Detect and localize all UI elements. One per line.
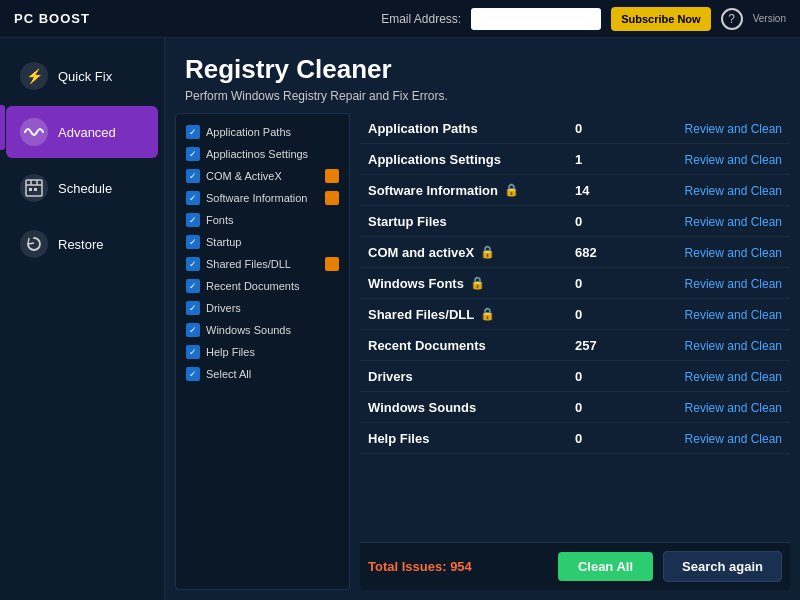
check-label-windows-sounds: Windows Sounds (206, 324, 339, 336)
accent-bar (0, 105, 5, 150)
result-count-help-files: 0 (575, 431, 658, 446)
check-drivers[interactable]: Drivers (182, 298, 343, 318)
result-name-help-files: Help Files (368, 431, 575, 446)
email-label: Email Address: (381, 12, 461, 26)
checkbox-appliactinos-settings[interactable] (186, 147, 200, 161)
check-com-activex[interactable]: COM & ActiveX (182, 166, 343, 186)
restore-icon (20, 230, 48, 258)
results-panel: Application Paths 0 Review and Clean App… (360, 113, 790, 590)
result-action-software-info[interactable]: Review and Clean (658, 181, 782, 199)
body-row: Application Paths Appliactinos Settings … (165, 113, 800, 600)
result-action-drivers[interactable]: Review and Clean (658, 367, 782, 385)
clean-all-button[interactable]: Clean All (558, 552, 653, 581)
schedule-icon (20, 174, 48, 202)
check-software-info[interactable]: Software Information (182, 188, 343, 208)
sidebar-item-schedule[interactable]: Schedule (6, 162, 158, 214)
result-name-software-info: Software Information 🔒 (368, 183, 575, 198)
result-action-com-activex[interactable]: Review and Clean (658, 243, 782, 261)
result-count-drivers: 0 (575, 369, 658, 384)
footer-row: Total Issues: 954 Clean All Search again (360, 542, 790, 590)
table-row: COM and activeX 🔒 682 Review and Clean (360, 237, 790, 268)
orange-indicator-shared (325, 257, 339, 271)
result-action-applications-settings[interactable]: Review and Clean (658, 150, 782, 168)
table-row: Applications Settings 1 Review and Clean (360, 144, 790, 175)
checkbox-shared-files[interactable] (186, 257, 200, 271)
result-count-software-info: 14 (575, 183, 658, 198)
lock-icon-com: 🔒 (480, 245, 495, 259)
result-count-recent-docs: 257 (575, 338, 658, 353)
result-name-shared-dll: Shared Files/DLL 🔒 (368, 307, 575, 322)
sidebar-item-restore[interactable]: Restore (6, 218, 158, 270)
table-row: Startup Files 0 Review and Clean (360, 206, 790, 237)
result-name-windows-sounds: Windows Sounds (368, 400, 575, 415)
table-row: Software Information 🔒 14 Review and Cle… (360, 175, 790, 206)
lightning-icon: ⚡ (20, 62, 48, 90)
check-label-application-paths: Application Paths (206, 126, 339, 138)
checkbox-select-all[interactable] (186, 367, 200, 381)
checkbox-application-paths[interactable] (186, 125, 200, 139)
checkbox-recent-docs[interactable] (186, 279, 200, 293)
sidebar-label-schedule: Schedule (58, 181, 112, 196)
orange-indicator-com (325, 169, 339, 183)
checkbox-fonts[interactable] (186, 213, 200, 227)
top-bar-right: Email Address: Subscribe Now ? Version (381, 7, 786, 31)
check-label-select-all: Select All (206, 368, 339, 380)
result-action-help-files[interactable]: Review and Clean (658, 429, 782, 447)
check-appliactinos-settings[interactable]: Appliactinos Settings (182, 144, 343, 164)
check-label-help-files: Help Files (206, 346, 339, 358)
sidebar-item-quick-fix[interactable]: ⚡ Quick Fix (6, 50, 158, 102)
svg-rect-4 (29, 188, 32, 191)
check-label-recent-docs: Recent Documents (206, 280, 339, 292)
check-fonts[interactable]: Fonts (182, 210, 343, 230)
result-name-com-activex: COM and activeX 🔒 (368, 245, 575, 260)
version-text: Version (753, 13, 786, 24)
page-title: Registry Cleaner (185, 54, 780, 85)
wave-icon (20, 118, 48, 146)
table-row: Application Paths 0 Review and Clean (360, 113, 790, 144)
help-button[interactable]: ? (721, 8, 743, 30)
check-help-files[interactable]: Help Files (182, 342, 343, 362)
total-issues-text: Total Issues: (368, 559, 450, 574)
result-action-startup-files[interactable]: Review and Clean (658, 212, 782, 230)
search-again-button[interactable]: Search again (663, 551, 782, 582)
check-startup[interactable]: Startup (182, 232, 343, 252)
subscribe-button[interactable]: Subscribe Now (611, 7, 710, 31)
total-issues-label: Total Issues: 954 (368, 559, 548, 574)
checkbox-help-files[interactable] (186, 345, 200, 359)
check-select-all[interactable]: Select All (182, 364, 343, 384)
result-action-windows-sounds[interactable]: Review and Clean (658, 398, 782, 416)
check-application-paths[interactable]: Application Paths (182, 122, 343, 142)
check-windows-sounds[interactable]: Windows Sounds (182, 320, 343, 340)
check-label-software-info: Software Information (206, 192, 319, 204)
orange-indicator-software (325, 191, 339, 205)
check-label-drivers: Drivers (206, 302, 339, 314)
checkbox-com-activex[interactable] (186, 169, 200, 183)
table-row: Help Files 0 Review and Clean (360, 423, 790, 454)
checkbox-software-info[interactable] (186, 191, 200, 205)
checkbox-startup[interactable] (186, 235, 200, 249)
check-shared-files[interactable]: Shared Files/DLL (182, 254, 343, 274)
result-count-com-activex: 682 (575, 245, 658, 260)
result-name-drivers: Drivers (368, 369, 575, 384)
lock-icon-fonts: 🔒 (470, 276, 485, 290)
checkbox-windows-sounds[interactable] (186, 323, 200, 337)
result-action-windows-fonts[interactable]: Review and Clean (658, 274, 782, 292)
check-recent-docs[interactable]: Recent Documents (182, 276, 343, 296)
result-action-application-paths[interactable]: Review and Clean (658, 119, 782, 137)
check-label-fonts: Fonts (206, 214, 339, 226)
check-label-com-activex: COM & ActiveX (206, 170, 319, 182)
table-row: Drivers 0 Review and Clean (360, 361, 790, 392)
check-label-appliactinos-settings: Appliactinos Settings (206, 148, 339, 160)
sidebar-label-quick-fix: Quick Fix (58, 69, 112, 84)
registry-header: Registry Cleaner Perform Windows Registr… (165, 38, 800, 113)
result-name-application-paths: Application Paths (368, 121, 575, 136)
result-name-applications-settings: Applications Settings (368, 152, 575, 167)
sidebar-item-advanced[interactable]: Advanced (6, 106, 158, 158)
results-table: Application Paths 0 Review and Clean App… (360, 113, 790, 542)
app-title: PC BOOST (14, 11, 90, 26)
result-action-recent-docs[interactable]: Review and Clean (658, 336, 782, 354)
checkbox-drivers[interactable] (186, 301, 200, 315)
result-action-shared-dll[interactable]: Review and Clean (658, 305, 782, 323)
email-input[interactable] (471, 8, 601, 30)
lock-icon-shared: 🔒 (480, 307, 495, 321)
